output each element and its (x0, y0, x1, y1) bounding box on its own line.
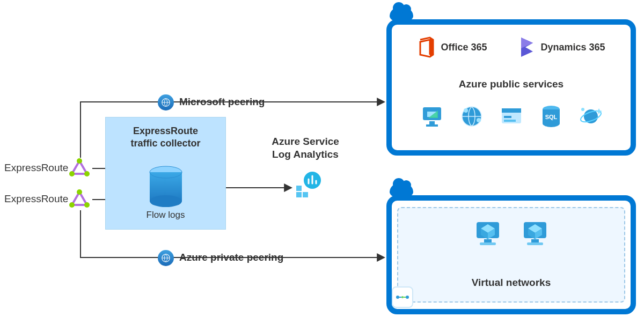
svg-point-4 (69, 171, 75, 176)
cloud-icon (390, 182, 413, 198)
svg-point-49 (401, 296, 404, 298)
private-peering-label: Azure private peering (179, 252, 283, 263)
svg-rect-33 (504, 120, 516, 122)
office-365-icon (417, 36, 435, 58)
expressroute-circuit-icon (69, 158, 90, 179)
virtual-networks-cloud-box: Virtual networks (386, 195, 636, 314)
expressroute-label-1: ExpressRoute (4, 162, 68, 174)
cosmos-db-icon (579, 104, 603, 129)
microsoft-peering-label: Microsoft peering (179, 96, 265, 108)
svg-rect-46 (527, 242, 543, 245)
svg-point-48 (406, 296, 409, 299)
svg-point-47 (396, 296, 399, 299)
dynamics-365-item: Dynamics 365 (519, 36, 605, 58)
virtual-networks-label: Virtual networks (398, 277, 624, 289)
peering-globe-icon (158, 250, 174, 266)
svg-point-8 (84, 202, 90, 208)
flow-logs-label: Flow logs (106, 210, 225, 220)
svg-point-13 (150, 195, 182, 207)
svg-point-6 (77, 189, 82, 195)
svg-rect-24 (429, 121, 435, 124)
azure-public-cloud-box: Office 365 Dynamics 365 Azure public ser… (386, 19, 636, 156)
log-analytics-icon (294, 171, 322, 198)
svg-point-40 (581, 108, 584, 111)
expressroute-label-2: ExpressRoute (4, 193, 68, 205)
svg-text:SQL: SQL (545, 114, 557, 120)
svg-rect-45 (531, 239, 539, 242)
svg-rect-42 (484, 239, 492, 242)
azure-monitor-icon (420, 104, 444, 129)
expressroute-circuit-icon (69, 189, 90, 210)
vnet-peering-icon (392, 286, 413, 308)
office-365-item: Office 365 (417, 36, 487, 58)
svg-point-28 (464, 108, 468, 113)
database-cylinder-icon (147, 166, 185, 208)
svg-point-3 (77, 158, 82, 164)
app-service-icon (499, 104, 524, 129)
svg-point-29 (477, 118, 481, 122)
svg-rect-16 (296, 192, 302, 197)
globe-network-icon (459, 104, 484, 129)
virtual-machine-icon (519, 219, 551, 252)
svg-point-36 (543, 120, 560, 127)
log-analytics-title: Azure ServiceLog Analytics (265, 135, 346, 161)
dynamics-365-icon (519, 36, 535, 58)
traffic-collector-box: ExpressRoutetraffic collector Flow logs (105, 117, 226, 230)
svg-point-5 (84, 171, 90, 176)
sql-database-icon: SQL (539, 104, 564, 129)
vnet-dashed-area: Virtual networks (397, 207, 625, 303)
dynamics-365-label: Dynamics 365 (540, 42, 605, 53)
svg-rect-17 (303, 192, 308, 197)
collector-title: ExpressRoutetraffic collector (106, 125, 225, 149)
office-365-label: Office 365 (441, 42, 487, 53)
svg-rect-31 (502, 108, 521, 113)
svg-rect-15 (296, 186, 302, 191)
svg-rect-25 (426, 124, 438, 127)
azure-public-services-label: Azure public services (392, 78, 631, 90)
svg-rect-32 (504, 116, 511, 118)
svg-rect-43 (480, 242, 496, 245)
peering-globe-icon (158, 94, 174, 111)
virtual-machine-icon (472, 219, 503, 252)
cloud-icon (390, 6, 413, 23)
svg-point-7 (69, 202, 75, 208)
